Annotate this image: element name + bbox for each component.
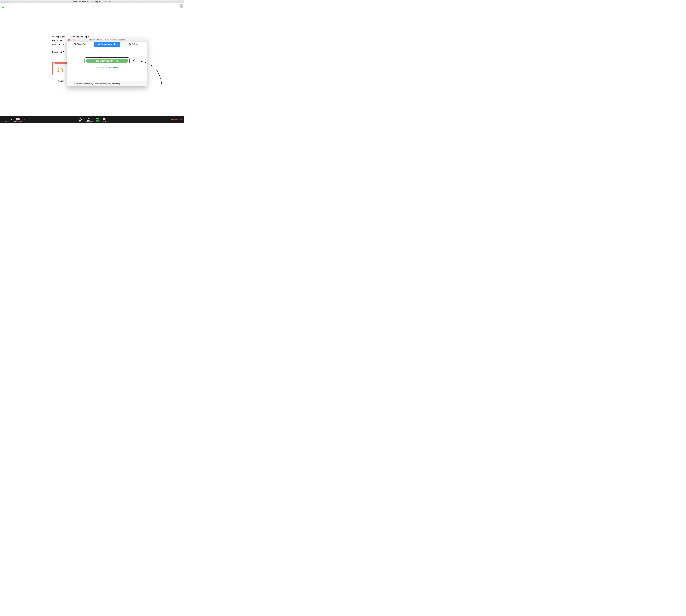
modal-close-icon[interactable] [68, 39, 70, 41]
phone-in-icon [129, 43, 131, 45]
invite-icon [79, 118, 82, 121]
svg-rect-1 [62, 70, 63, 72]
test-speaker-mic-link[interactable]: Test speaker and microphone [95, 66, 119, 68]
svg-point-16 [104, 119, 104, 119]
meeting-topic-value: Recurring Meeting Test [70, 36, 91, 38]
join-audio-label: Join Audio [2, 121, 9, 123]
join-with-computer-audio-button[interactable]: Join With Computer Audio [86, 59, 128, 63]
zoom-window-icon[interactable] [6, 1, 8, 3]
svg-rect-14 [97, 120, 98, 121]
invite-button[interactable]: Invite [77, 116, 84, 123]
laptop-icon [98, 43, 100, 45]
chat-icon [103, 118, 106, 121]
auto-join-audio-checkbox[interactable] [69, 83, 71, 85]
participants-count: 1 [93, 117, 94, 118]
modal-minimize-icon [71, 39, 72, 41]
video-off-icon [16, 118, 20, 121]
share-screen-icon [96, 118, 99, 121]
participants-label: Participants [85, 121, 93, 123]
window-title: Zoom Participant ID: 33 Meeting ID: 568-… [0, 1, 185, 3]
svg-point-17 [104, 119, 105, 119]
participants-button[interactable]: 1 Participants [84, 116, 94, 123]
window-titlebar: Zoom Participant ID: 33 Meeting ID: 568-… [0, 0, 185, 3]
chat-button[interactable]: Chat [101, 116, 107, 123]
tile-header-icon [53, 63, 68, 64]
chat-label: Chat [103, 121, 106, 123]
svg-rect-5 [6, 119, 6, 120]
close-window-icon[interactable] [1, 1, 3, 3]
share-label: Share [95, 121, 100, 123]
window-traffic-lights [0, 1, 8, 3]
modal-zoom-icon [73, 39, 75, 41]
join-audio-button[interactable]: Join Audio [0, 116, 10, 123]
audio-menu-caret[interactable] [10, 116, 13, 123]
meeting-toolbar: Join Audio Start Video Invite [0, 116, 185, 123]
join-audio-tile[interactable] [52, 62, 68, 75]
join-audio-tile-label: Join Audio [52, 80, 67, 82]
tab-phone-call[interactable]: Phone Call [67, 42, 94, 47]
svg-rect-0 [58, 70, 59, 72]
modal-titlebar: Choose ONE of the audio conference optio… [67, 38, 147, 42]
headphones-icon [53, 64, 68, 75]
meeting-topic-label: Meeting Topic: [52, 36, 70, 38]
enter-fullscreen-button[interactable] [180, 4, 183, 8]
chevron-up-icon [24, 119, 25, 120]
leave-meeting-button[interactable]: Leave Meeting [170, 118, 182, 121]
tab-call-me[interactable]: Call Me [120, 42, 147, 47]
minimize-window-icon[interactable] [4, 1, 5, 3]
start-video-label: Start Video [15, 121, 22, 123]
annotation-highlight-box: Join With Computer Audio [85, 58, 130, 64]
svg-rect-2 [98, 43, 100, 44]
svg-point-15 [103, 119, 104, 119]
svg-point-11 [88, 118, 89, 119]
phone-icon [74, 43, 76, 45]
modal-title: Choose ONE of the audio conference optio… [67, 39, 147, 41]
svg-point-12 [89, 118, 90, 119]
svg-rect-4 [4, 119, 4, 120]
tab-computer-audio[interactable]: Computer Audio [94, 42, 121, 47]
svg-point-8 [80, 118, 81, 119]
svg-rect-6 [16, 118, 19, 120]
headphones-icon [3, 118, 7, 121]
audio-options-modal: Choose ONE of the audio conference optio… [67, 38, 147, 86]
tab-call-me-label: Call Me [132, 43, 138, 45]
encryption-lock-icon[interactable] [2, 5, 4, 8]
meeting-stage: Meeting Topic: Recurring Meeting Test Ho… [0, 3, 185, 116]
auto-join-audio-label: Automatically join audio by computer whe… [72, 83, 120, 85]
chevron-up-icon [11, 119, 12, 120]
start-video-button[interactable]: Start Video [13, 116, 23, 123]
video-menu-caret[interactable] [23, 116, 26, 123]
tab-phone-call-label: Phone Call [77, 43, 86, 45]
participants-icon [87, 118, 91, 121]
share-button[interactable]: Share [94, 116, 101, 123]
audio-tabs: Phone Call Computer Audio Call Me [67, 42, 147, 47]
invite-label: Invite [79, 121, 82, 123]
tab-computer-audio-label: Computer Audio [101, 43, 116, 45]
